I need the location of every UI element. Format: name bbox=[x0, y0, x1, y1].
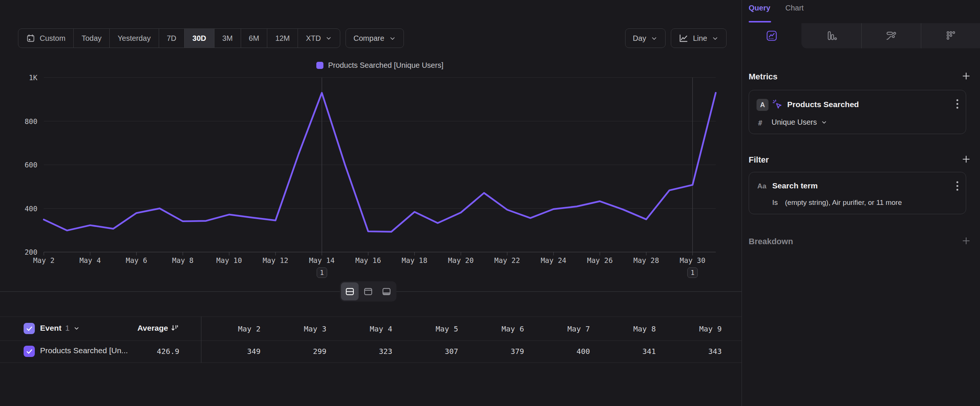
calendar-icon bbox=[26, 34, 35, 43]
table-column-divider bbox=[201, 317, 201, 363]
date-column-header: May 5 bbox=[406, 324, 458, 333]
date-range-7d[interactable]: 7D bbox=[159, 29, 185, 48]
date-column-header: May 4 bbox=[340, 324, 392, 333]
filter-kebab-menu[interactable] bbox=[956, 181, 958, 191]
toolbar-right: Day Line bbox=[625, 29, 727, 48]
annotation-badge[interactable]: 1 bbox=[687, 267, 698, 278]
aggregation-dropdown[interactable]: Unique Users bbox=[772, 118, 827, 127]
x-axis-label: May 6 bbox=[126, 256, 147, 264]
check-icon bbox=[25, 325, 33, 333]
chart-type-button[interactable]: Line bbox=[671, 29, 727, 48]
date-range-label: 6M bbox=[249, 34, 259, 43]
add-filter-button[interactable] bbox=[961, 154, 971, 164]
date-column-header: May 2 bbox=[208, 324, 261, 333]
add-metric-button[interactable] bbox=[961, 71, 971, 81]
split-view-icon bbox=[345, 287, 355, 297]
x-axis-label: May 4 bbox=[80, 256, 101, 264]
filter-operator: Is bbox=[772, 199, 778, 207]
report-tab-flows[interactable] bbox=[861, 23, 921, 48]
flows-icon bbox=[885, 30, 897, 41]
grid-dots-icon bbox=[945, 30, 956, 41]
x-axis-label: May 26 bbox=[587, 256, 613, 264]
filter-value: (empty string), Air purifier, or 11 more bbox=[785, 199, 902, 207]
table-only-view-button[interactable] bbox=[378, 282, 395, 300]
add-breakdown-button[interactable] bbox=[961, 236, 971, 246]
chart-type-label: Line bbox=[693, 34, 707, 43]
legend-item[interactable]: Products Searched [Unique Users] bbox=[316, 61, 444, 70]
date-column-header: May 3 bbox=[274, 324, 326, 333]
table-row[interactable]: Products Searched [Un... 426.9 349299323… bbox=[0, 341, 741, 363]
table-cell-value: 299 bbox=[274, 347, 326, 356]
funnel-bars-icon bbox=[826, 30, 837, 41]
x-axis-label: May 20 bbox=[448, 256, 474, 264]
granularity-label: Day bbox=[633, 34, 646, 43]
x-axis-label: May 24 bbox=[541, 256, 566, 264]
report-tab-funnels[interactable] bbox=[802, 23, 861, 48]
granularity-button[interactable]: Day bbox=[625, 29, 666, 48]
chart-only-view-button[interactable] bbox=[360, 282, 377, 300]
x-axis-label: May 12 bbox=[263, 256, 289, 264]
table-cell-value: 400 bbox=[538, 347, 590, 356]
date-range-label: 7D bbox=[167, 34, 177, 43]
compare-label: Compare bbox=[353, 34, 384, 43]
metric-kebab-menu[interactable] bbox=[956, 99, 958, 108]
event-column-dropdown[interactable]: Event 1 bbox=[40, 323, 80, 333]
table-cell-value: 379 bbox=[472, 347, 524, 356]
row-average-value: 426.9 bbox=[127, 347, 179, 356]
compare-button[interactable]: Compare bbox=[345, 29, 404, 48]
insights-icon bbox=[766, 30, 778, 41]
metric-card[interactable]: A Products Searched # Unique Users bbox=[749, 90, 966, 134]
report-tab-more[interactable] bbox=[921, 23, 980, 48]
tab-query[interactable]: Query bbox=[749, 4, 770, 12]
y-axis-label: 200 bbox=[0, 248, 37, 256]
annotation-badge[interactable]: 1 bbox=[317, 267, 327, 278]
sort-descending-icon bbox=[171, 324, 180, 333]
line-chart: 1K800600400200May 2May 4May 6May 8May 10… bbox=[0, 78, 741, 282]
metrics-heading: Metrics bbox=[749, 72, 778, 82]
filter-heading: Filter bbox=[749, 155, 769, 165]
chart-toolbar: CustomTodayYesterday7D30D3M6M12MXTD Comp… bbox=[18, 29, 727, 48]
chevron-down-icon bbox=[651, 35, 658, 42]
date-column-header: May 8 bbox=[603, 324, 656, 333]
results-table: Event 1 Average May 2May 3May 4May 5May … bbox=[0, 317, 741, 363]
split-view-button[interactable] bbox=[341, 282, 359, 300]
chart-legend: Products Searched [Unique Users] bbox=[44, 61, 716, 70]
active-tab-underline bbox=[749, 21, 771, 22]
x-axis-label: May 18 bbox=[402, 256, 428, 264]
date-range-3m[interactable]: 3M bbox=[215, 29, 241, 48]
main-panel: CustomTodayYesterday7D30D3M6M12MXTD Comp… bbox=[0, 0, 741, 406]
row-checkbox[interactable] bbox=[24, 346, 35, 357]
x-axis-label: May 14 bbox=[309, 256, 335, 264]
date-range-today[interactable]: Today bbox=[74, 29, 110, 48]
date-range-yesterday[interactable]: Yesterday bbox=[110, 29, 159, 48]
x-axis-label: May 8 bbox=[172, 256, 194, 264]
aggregation-symbol: # bbox=[758, 119, 762, 127]
metric-name: Products Searched bbox=[787, 100, 859, 109]
date-range-xtd[interactable]: XTD bbox=[298, 29, 340, 48]
date-range-group: CustomTodayYesterday7D30D3M6M12MXTD bbox=[18, 29, 340, 48]
insights-report: CustomTodayYesterday7D30D3M6M12MXTD Comp… bbox=[0, 0, 980, 406]
report-tab-insights[interactable] bbox=[742, 23, 802, 48]
date-range-label: Today bbox=[82, 34, 102, 43]
chevron-down-icon bbox=[389, 35, 396, 42]
string-type-icon: Aa bbox=[757, 182, 766, 190]
y-axis-label: 400 bbox=[0, 204, 37, 213]
table-cell-value: 349 bbox=[208, 347, 261, 356]
y-axis-label: 600 bbox=[0, 160, 37, 169]
x-axis-label: May 28 bbox=[633, 256, 659, 264]
date-range-30d[interactable]: 30D bbox=[185, 29, 215, 48]
event-label: Event bbox=[40, 323, 61, 333]
date-range-12m[interactable]: 12M bbox=[267, 29, 298, 48]
breakdown-heading: Breakdown bbox=[749, 237, 793, 247]
date-range-label: 3M bbox=[222, 34, 233, 43]
date-range-label: XTD bbox=[306, 34, 321, 43]
x-axis-label: May 2 bbox=[33, 256, 54, 264]
select-all-checkbox[interactable] bbox=[24, 323, 35, 334]
filter-card[interactable]: Aa Search term Is (empty string), Air pu… bbox=[749, 172, 966, 214]
chevron-down-icon bbox=[712, 35, 719, 42]
average-sort-header[interactable]: Average bbox=[112, 323, 180, 333]
plus-icon bbox=[961, 71, 971, 81]
date-range-custom[interactable]: Custom bbox=[18, 29, 74, 48]
layout-toggle-group bbox=[340, 281, 396, 301]
date-range-6m[interactable]: 6M bbox=[241, 29, 268, 48]
